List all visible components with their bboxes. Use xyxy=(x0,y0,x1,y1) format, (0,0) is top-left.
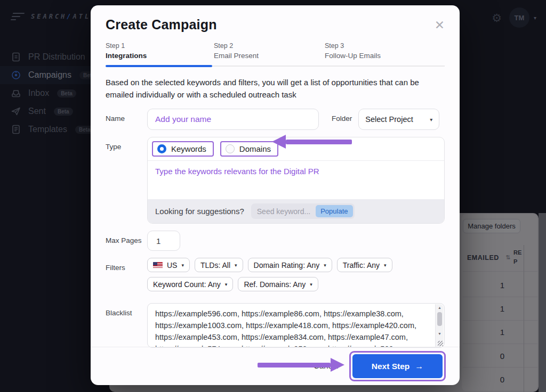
name-label: Name xyxy=(106,109,147,130)
resize-handle[interactable] xyxy=(438,341,443,346)
chevron-down-icon: ▾ xyxy=(310,282,312,287)
blacklist-line: https://example1003.com, https://example… xyxy=(155,320,431,331)
blacklist-line: https://example453.com, https://example8… xyxy=(155,331,431,343)
filter-domain-rating[interactable]: Domain Rating: Any ▾ xyxy=(248,258,332,272)
next-step-button[interactable]: Next Step → xyxy=(352,354,443,378)
filter-traffic[interactable]: Traffic: Any ▾ xyxy=(337,258,392,272)
chevron-down-icon: ▾ xyxy=(235,263,237,268)
chevron-down-icon: ▾ xyxy=(430,117,432,123)
type-box: Keywords Domains Type the keywords relev… xyxy=(147,137,445,224)
campaign-name-input[interactable] xyxy=(147,109,319,130)
create-campaign-modal: Create Campaign ✕ Step 1 Integrations St… xyxy=(91,5,460,385)
step-3-follow-up-emails[interactable]: Step 3 Follow-Up Emails xyxy=(325,41,381,61)
max-pages-label: Max Pages xyxy=(106,231,147,251)
chevron-down-icon: ▾ xyxy=(324,263,326,268)
filters-label: Filters xyxy=(106,258,147,296)
arrow-right-icon: → xyxy=(415,362,423,371)
step-2-email-present[interactable]: Step 2 Email Present xyxy=(214,41,325,61)
next-step-highlight-box: Next Step → xyxy=(349,351,446,381)
chevron-down-icon: ▾ xyxy=(225,282,228,287)
chevron-down-icon: ▾ xyxy=(181,263,184,268)
suggestions-label: Looking for suggestions? xyxy=(155,207,244,216)
page-title: Create Campaign xyxy=(106,17,217,32)
suggestions-bar: Looking for suggestions? Seed keyword...… xyxy=(148,199,444,223)
filter-ref-domains[interactable]: Ref. Domains: Any ▾ xyxy=(238,277,318,291)
step-1-integrations[interactable]: Step 1 Integrations xyxy=(106,41,214,61)
step-progress-fill xyxy=(106,65,212,67)
scrollbar-thumb[interactable] xyxy=(437,312,442,326)
step-progress-bar xyxy=(106,65,445,67)
stepper: Step 1 Integrations Step 2 Email Present… xyxy=(106,41,445,61)
filter-keyword-count[interactable]: Keyword Count: Any ▾ xyxy=(147,277,233,291)
folder-select[interactable]: Select Project ▾ xyxy=(358,109,439,130)
filter-tlds[interactable]: TLDs: All ▾ xyxy=(195,258,243,272)
scroll-up-icon[interactable]: ▲ xyxy=(436,306,444,309)
radio-keywords[interactable]: Keywords xyxy=(152,141,214,157)
radio-unselected-icon xyxy=(226,144,235,153)
close-icon[interactable]: ✕ xyxy=(435,19,445,31)
scroll-down-icon[interactable]: ▼ xyxy=(436,332,444,336)
radio-domains[interactable]: Domains xyxy=(220,141,278,157)
keywords-textarea[interactable]: Type the keywords relevants for the Digi… xyxy=(148,161,444,199)
annotation-arrow-next-step xyxy=(258,358,344,372)
chevron-down-icon: ▾ xyxy=(384,263,387,268)
filter-country[interactable]: US ▾ xyxy=(147,258,190,272)
max-pages-input[interactable] xyxy=(147,231,180,251)
populate-button[interactable]: Populate xyxy=(316,205,352,217)
filter-chips: US ▾ TLDs: All ▾ Domain Rating: Any ▾ Tr… xyxy=(147,258,445,296)
blacklist-label: Blacklist xyxy=(106,303,147,348)
radio-selected-icon xyxy=(157,144,166,153)
annotation-arrow-type xyxy=(272,135,352,149)
modal-description: Based on the selected keywords and filte… xyxy=(106,76,435,101)
scrollbar[interactable]: ▲ ▼ xyxy=(435,304,444,347)
folder-label: Folder xyxy=(332,115,352,130)
blacklist-line: https://example596.com, https://example8… xyxy=(155,308,431,320)
blacklist-textarea[interactable]: https://example596.com, https://example8… xyxy=(147,303,445,348)
us-flag-icon xyxy=(153,262,163,268)
seed-keyword-input[interactable]: Seed keyword... Populate xyxy=(251,203,355,219)
type-label: Type xyxy=(106,137,147,224)
